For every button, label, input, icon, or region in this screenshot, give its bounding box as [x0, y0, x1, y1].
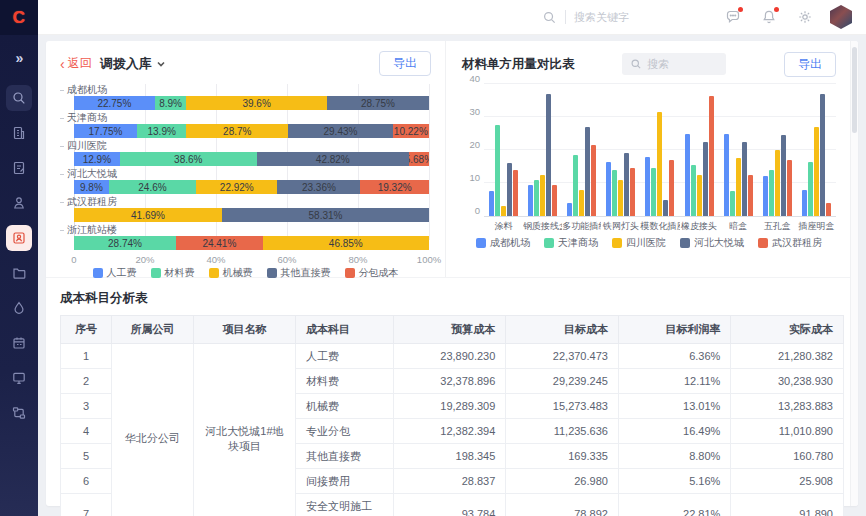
bar-武汉群租房[interactable]	[591, 145, 596, 216]
bar-河北大悦城[interactable]	[585, 127, 590, 216]
bar-segment-其他直接费[interactable]: 28.75%	[327, 96, 429, 110]
bar-武汉群租房[interactable]	[552, 185, 557, 216]
sidebar-item-user[interactable]	[6, 190, 32, 216]
bar-segment-其他直接费[interactable]: 29.43%	[288, 124, 392, 138]
bar-四川医院[interactable]	[657, 112, 662, 216]
sidebar-item-id-card[interactable]	[6, 225, 32, 251]
bar-成都机场[interactable]	[645, 157, 650, 216]
notifications-button[interactable]	[756, 4, 782, 30]
legend-item[interactable]: 天津商场	[544, 236, 598, 250]
bar-成都机场[interactable]	[724, 134, 729, 217]
bar-segment-材料费[interactable]: 8.9%	[155, 96, 187, 110]
bar-河北大悦城[interactable]	[742, 142, 747, 216]
bar-四川医院[interactable]	[775, 150, 780, 216]
bar-河北大悦城[interactable]	[781, 135, 786, 216]
bar-segment-机械费[interactable]: 22.92%	[196, 180, 277, 194]
bar-天津商场[interactable]	[691, 165, 696, 216]
bar-segment-人工费[interactable]: 9.8%	[74, 180, 109, 194]
bar-武汉群租房[interactable]	[787, 160, 792, 216]
bar-四川医院[interactable]	[618, 180, 623, 216]
bar-segment-分包成本[interactable]: 10.22%	[393, 124, 429, 138]
bar-河北大悦城[interactable]	[507, 163, 512, 216]
bar-四川医院[interactable]	[697, 175, 702, 216]
bar-segment-机械费[interactable]: 41.69%	[74, 208, 222, 222]
bar-四川医院[interactable]	[579, 190, 584, 216]
bar-四川医院[interactable]	[540, 175, 545, 216]
bar-天津商场[interactable]	[573, 155, 578, 216]
bar-segment-分包成本[interactable]: 19.32%	[360, 180, 429, 194]
bar-segment-分包成本[interactable]: 5.68%	[409, 152, 429, 166]
bar-segment-材料费[interactable]: 13.9%	[137, 124, 186, 138]
sidebar-item-expand[interactable]: »	[6, 45, 32, 71]
sidebar-item-building[interactable]	[6, 120, 32, 146]
bar-segment-人工费[interactable]: 12.9%	[74, 152, 120, 166]
bar-segment-机械费[interactable]: 28.7%	[186, 124, 288, 138]
legend-item[interactable]: 分包成本	[345, 266, 399, 280]
legend-item[interactable]: 成都机场	[476, 236, 530, 250]
bar-segment-分包成本[interactable]: 24.41%	[176, 236, 263, 250]
bar-河北大悦城[interactable]	[703, 142, 708, 216]
bar-武汉群租房[interactable]	[669, 160, 674, 216]
bar-河北大悦城[interactable]	[663, 200, 668, 217]
bar-武汉群租房[interactable]	[630, 168, 635, 216]
legend-item[interactable]: 材料费	[151, 266, 195, 280]
bar-segment-材料费[interactable]: 24.6%	[109, 180, 196, 194]
bar-河北大悦城[interactable]	[624, 153, 629, 216]
bar-河北大悦城[interactable]	[820, 94, 825, 216]
legend-item[interactable]: 机械费	[209, 266, 253, 280]
export-button-right[interactable]: 导出	[784, 52, 836, 77]
page-title-dropdown[interactable]: 调拨入库	[100, 55, 166, 73]
scrollbar-track[interactable]	[850, 41, 858, 506]
bar-四川医院[interactable]	[501, 206, 506, 216]
bar-天津商场[interactable]	[730, 191, 735, 216]
bar-天津商场[interactable]	[612, 170, 617, 216]
bar-天津商场[interactable]	[534, 180, 539, 216]
panel-search-input[interactable]	[647, 58, 707, 70]
bar-武汉群租房[interactable]	[748, 175, 753, 216]
bar-河北大悦城[interactable]	[546, 94, 551, 216]
sidebar-item-search[interactable]	[6, 85, 32, 111]
sidebar-item-document[interactable]	[6, 155, 32, 181]
bar-成都机场[interactable]	[489, 191, 494, 216]
bar-segment-机械费[interactable]: 39.6%	[186, 96, 327, 110]
bar-武汉群租房[interactable]	[709, 96, 714, 216]
bar-天津商场[interactable]	[808, 162, 813, 216]
legend-item[interactable]: 河北大悦城	[680, 236, 744, 250]
back-button[interactable]: ‹返回	[60, 55, 92, 72]
messages-button[interactable]	[720, 4, 746, 30]
bar-武汉群租房[interactable]	[826, 203, 831, 216]
bar-天津商场[interactable]	[769, 170, 774, 216]
bar-四川医院[interactable]	[736, 158, 741, 216]
bar-segment-其他直接费[interactable]: 42.82%	[257, 152, 409, 166]
bar-天津商场[interactable]	[495, 125, 500, 216]
bar-成都机场[interactable]	[763, 176, 768, 216]
bar-segment-人工费[interactable]: 22.75%	[74, 96, 155, 110]
global-search-input[interactable]	[574, 11, 684, 23]
bar-segment-材料费[interactable]: 38.6%	[120, 152, 257, 166]
sidebar-item-drop[interactable]	[6, 295, 32, 321]
avatar[interactable]	[830, 5, 852, 29]
bar-成都机场[interactable]	[528, 185, 533, 216]
bar-天津商场[interactable]	[651, 168, 656, 216]
bar-四川医院[interactable]	[814, 127, 819, 216]
sidebar-item-monitor[interactable]	[6, 365, 32, 391]
legend-item[interactable]: 四川医院	[612, 236, 666, 250]
sidebar-item-folder[interactable]	[6, 260, 32, 286]
legend-item[interactable]: 人工费	[93, 266, 137, 280]
sidebar-item-workflow[interactable]	[6, 400, 32, 426]
app-logo[interactable]: C	[0, 0, 38, 35]
bar-segment-材料费[interactable]: 28.74%	[74, 236, 176, 250]
table-row[interactable]: 1华北分公司河北大悦城1#地块项目人工费23,890.23022,370.473…	[61, 344, 844, 369]
legend-item[interactable]: 其他直接费	[267, 266, 331, 280]
legend-item[interactable]: 武汉群租房	[758, 236, 822, 250]
export-button-left[interactable]: 导出	[379, 51, 431, 76]
bar-武汉群租房[interactable]	[513, 170, 518, 216]
bar-成都机场[interactable]	[685, 134, 690, 217]
scrollbar-thumb[interactable]	[852, 47, 857, 133]
search-icon[interactable]	[542, 10, 557, 25]
bar-segment-其他直接费[interactable]: 23.36%	[277, 180, 360, 194]
settings-button[interactable]	[792, 4, 818, 30]
bar-segment-人工费[interactable]: 17.75%	[74, 124, 137, 138]
bar-成都机场[interactable]	[567, 203, 572, 216]
bar-成都机场[interactable]	[802, 190, 807, 216]
